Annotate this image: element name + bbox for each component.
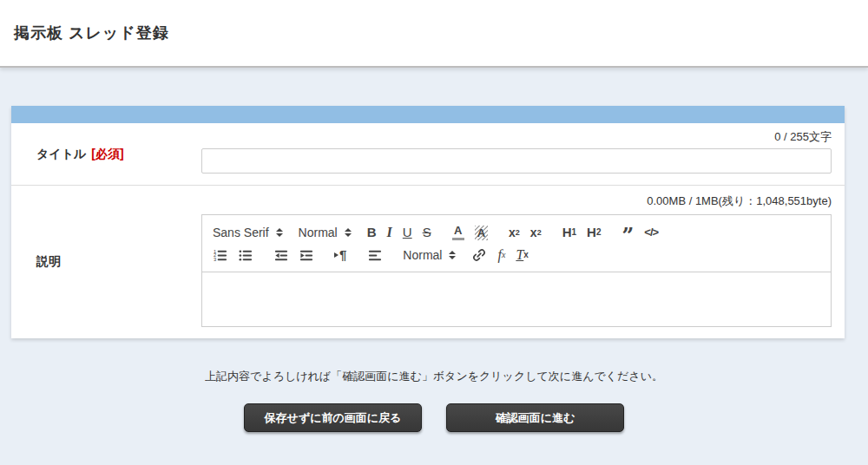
- bullet-list-icon: [238, 248, 253, 263]
- text-color-icon: A: [454, 225, 462, 236]
- font-family-value: Sans Serif: [213, 226, 269, 239]
- align-left-icon: [367, 248, 382, 263]
- description-label: 説明: [36, 254, 61, 270]
- text-direction-button[interactable]: ¶: [334, 247, 346, 263]
- editor-toolbar: Sans Serif Normal: [202, 215, 831, 272]
- ordered-list-button[interactable]: 123: [213, 248, 227, 263]
- title-label: タイトル: [36, 147, 86, 162]
- title-label-cell: タイトル [必須]: [11, 123, 201, 185]
- indent-button[interactable]: [299, 248, 313, 263]
- underline-button[interactable]: U: [403, 225, 412, 240]
- subscript-button[interactable]: x2: [509, 225, 520, 240]
- picker-arrows-icon: [345, 228, 352, 237]
- rich-text-editor: Sans Serif Normal: [201, 214, 832, 327]
- heading-value: Normal: [299, 226, 338, 239]
- title-char-counter: 0 / 255文字: [201, 128, 832, 148]
- link-icon: [471, 247, 487, 263]
- instruction-text: 上記内容でよろしければ「確認画面に進む」ボタンをクリックして次に進んでください。: [0, 369, 868, 384]
- code-block-button[interactable]: </>: [644, 225, 658, 240]
- outdent-button[interactable]: [273, 248, 288, 263]
- form-panel: タイトル [必須] 0 / 255文字 説明 0.00MB / 1MB(残り：1…: [11, 106, 845, 338]
- bullet-list-button[interactable]: [238, 248, 253, 263]
- background-color-button[interactable]: A: [475, 226, 488, 240]
- description-label-cell: 説明: [11, 186, 201, 338]
- toolbar-row-1: Sans Serif Normal: [213, 221, 820, 244]
- superscript-button[interactable]: x2: [530, 225, 542, 240]
- formula-button[interactable]: fx: [497, 247, 505, 263]
- size-counter: 0.00MB / 1MB(残り：1,048,551byte): [201, 193, 832, 213]
- svg-text:3: 3: [214, 257, 216, 262]
- action-buttons: 保存せずに前の画面に戻る 確認画面に進む: [0, 403, 868, 432]
- size-value: Normal: [403, 248, 442, 262]
- indent-icon: [299, 248, 313, 263]
- proceed-button[interactable]: 確認画面に進む: [446, 403, 624, 432]
- blockquote-button[interactable]: ”: [621, 232, 634, 240]
- text-color-button[interactable]: A: [452, 225, 464, 240]
- font-family-picker[interactable]: Sans Serif: [213, 226, 283, 239]
- ordered-list-icon: 123: [213, 248, 227, 263]
- clean-format-button[interactable]: Tx: [516, 247, 528, 263]
- heading-picker[interactable]: Normal: [299, 226, 352, 239]
- italic-button[interactable]: I: [387, 225, 392, 240]
- title-row: タイトル [必須] 0 / 255文字: [11, 123, 845, 185]
- clean-format-icon: T: [516, 247, 523, 263]
- align-button[interactable]: [367, 248, 382, 263]
- size-picker[interactable]: Normal: [403, 248, 456, 262]
- picker-arrows-icon: [276, 228, 283, 237]
- page-title: 掲示板 スレッド登録: [14, 23, 169, 43]
- description-field-cell: 0.00MB / 1MB(残り：1,048,551byte) Sans Seri…: [201, 186, 845, 338]
- required-badge: [必須]: [91, 147, 123, 162]
- description-row: 説明 0.00MB / 1MB(残り：1,048,551byte) Sans S…: [11, 185, 845, 338]
- main-content: タイトル [必須] 0 / 255文字 説明 0.00MB / 1MB(残り：1…: [0, 106, 868, 432]
- background-color-icon: A: [475, 226, 488, 240]
- link-button[interactable]: [471, 247, 487, 263]
- header-1-button[interactable]: H1: [562, 225, 576, 240]
- toolbar-row-2: 123: [213, 244, 820, 266]
- editor-content-area[interactable]: [202, 272, 831, 326]
- outdent-icon: [273, 248, 288, 263]
- title-input[interactable]: [201, 148, 832, 174]
- page-header: 掲示板 スレッド登録: [0, 0, 868, 68]
- text-direction-icon: [334, 252, 339, 258]
- header-2-button[interactable]: H2: [587, 225, 601, 240]
- back-button[interactable]: 保存せずに前の画面に戻る: [244, 403, 422, 432]
- panel-accent-bar: [11, 106, 845, 123]
- bold-button[interactable]: B: [367, 225, 377, 240]
- strike-button[interactable]: S: [423, 225, 431, 240]
- title-field-cell: 0 / 255文字: [201, 123, 845, 185]
- picker-arrows-icon: [449, 251, 456, 259]
